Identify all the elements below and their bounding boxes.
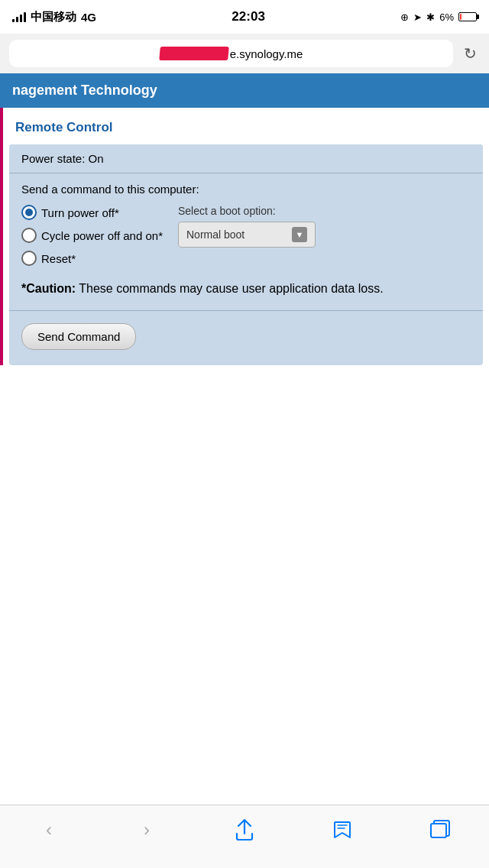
share-button[interactable]: [222, 813, 267, 847]
forward-icon: ›: [144, 819, 150, 840]
radio-label-power-off: Turn power off*: [41, 206, 119, 219]
app-header: nagement Technology: [0, 73, 489, 108]
caution-bold: *Caution:: [21, 282, 76, 295]
send-command-label: Send a command to this computer:: [21, 183, 471, 196]
forward-button[interactable]: ›: [124, 813, 170, 847]
back-icon: ‹: [46, 819, 52, 840]
section-title: Remote Control: [3, 108, 489, 144]
tabs-icon: [429, 819, 451, 840]
dropdown-arrow-icon: ▼: [292, 227, 307, 242]
back-button[interactable]: ‹: [26, 813, 72, 847]
url-text: e.synology.me: [230, 47, 303, 60]
status-bar: 中国移动 4G 22:03 ⊕ ➤ ✱ 6%: [0, 0, 489, 34]
radio-turn-power-off[interactable]: Turn power off*: [21, 205, 163, 220]
svg-rect-0: [431, 824, 446, 837]
boot-select-value: Normal boot: [186, 228, 244, 241]
app-header-title: nagement Technology: [12, 83, 157, 98]
time-label: 22:03: [232, 9, 264, 24]
content-area: Remote Control Power state: On Send a co…: [0, 108, 489, 365]
location-icon: ⊕: [400, 11, 409, 23]
caution-box: *Caution: These commands may cause user …: [21, 280, 471, 298]
send-command-button[interactable]: Send Command: [21, 323, 136, 350]
url-redacted: [159, 47, 229, 60]
battery-icon: [458, 12, 477, 21]
radio-circle-power-off: [21, 205, 37, 220]
send-btn-wrapper: Send Command: [9, 320, 483, 365]
card-body: Send a command to this computer: Turn po…: [9, 173, 483, 310]
status-left: 中国移动 4G: [12, 10, 96, 24]
radio-circle-reset: [21, 251, 37, 266]
radio-label-reset: Reset*: [41, 252, 76, 265]
bookmarks-icon: [332, 819, 353, 840]
radio-group: Turn power off* Cycle power off and on* …: [21, 205, 163, 266]
navigate-icon: ➤: [413, 11, 422, 23]
radio-reset[interactable]: Reset*: [21, 251, 163, 266]
card-divider: [9, 310, 483, 311]
status-right: ⊕ ➤ ✱ 6%: [400, 11, 477, 23]
page-content: nagement Technology Remote Control Power…: [0, 73, 489, 805]
bookmarks-button[interactable]: [319, 813, 365, 847]
network-label: 4G: [81, 11, 96, 24]
main-content: Turn power off* Cycle power off and on* …: [21, 205, 471, 266]
caution-text: These commands may cause user applicatio…: [76, 282, 384, 295]
radio-label-cycle: Cycle power off and on*: [41, 229, 163, 242]
radio-circle-cycle: [21, 228, 37, 243]
bluetooth-icon: ✱: [426, 11, 435, 23]
control-card: Power state: On Send a command to this c…: [9, 144, 483, 365]
browser-bar: e.synology.me ↻: [0, 34, 489, 73]
tabs-button[interactable]: [417, 813, 463, 847]
boot-select-dropdown[interactable]: Normal boot ▼: [178, 222, 316, 248]
share-icon: [235, 818, 254, 841]
power-state: Power state: On: [9, 144, 483, 173]
reload-button[interactable]: ↻: [461, 41, 480, 66]
boot-option-label: Select a boot option:: [178, 205, 316, 217]
boot-option-group: Select a boot option: Normal boot ▼: [178, 205, 316, 248]
carrier-label: 中国移动: [31, 10, 76, 24]
url-bar[interactable]: e.synology.me: [9, 40, 453, 67]
radio-cycle-power[interactable]: Cycle power off and on*: [21, 228, 163, 243]
battery-percent: 6%: [439, 11, 454, 23]
bottom-nav: ‹ ›: [0, 805, 489, 868]
signal-icon: [12, 11, 26, 22]
